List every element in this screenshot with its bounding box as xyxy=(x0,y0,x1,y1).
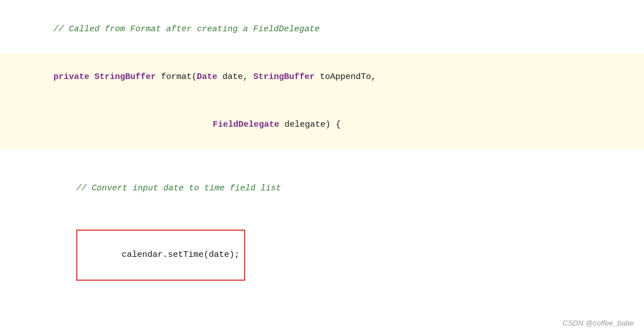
line-content-4 xyxy=(18,149,644,165)
line-content-3: FieldDelegate delegate) { xyxy=(18,101,644,149)
line-content-5: // Convert input date to time field list xyxy=(18,165,644,213)
watermark: CSDN @coffee_babe xyxy=(563,319,634,327)
line-content-7 xyxy=(18,298,644,314)
code-editor: // Called from Format after creating a F… xyxy=(0,0,644,333)
keyword-stringbuffer: StringBuffer xyxy=(94,72,156,82)
code-line-7 xyxy=(0,298,644,314)
code-line-1: // Called from Format after creating a F… xyxy=(0,6,644,53)
line-content-8: boolean useDateFormatSymbols = useDateFo… xyxy=(18,314,644,333)
code-line-6: calendar.setTime(date); xyxy=(0,214,644,297)
line-content-2: private StringBuffer format(Date date, S… xyxy=(18,53,644,101)
code-line-8: boolean useDateFormatSymbols = useDateFo… xyxy=(0,314,644,333)
code-line-4 xyxy=(0,149,644,165)
code-line-2: private StringBuffer format(Date date, S… xyxy=(0,53,644,101)
code-line-5: // Convert input date to time field list xyxy=(0,165,644,213)
code-line-3: FieldDelegate delegate) { xyxy=(0,101,644,149)
keyword-private: private xyxy=(53,72,89,82)
boxed-code: calendar.setTime(date); xyxy=(76,230,245,281)
line-content-1: // Called from Format after creating a F… xyxy=(18,6,644,53)
keyword-date: Date xyxy=(197,72,217,82)
comment-text-5: // Convert input date to time field list xyxy=(76,184,281,193)
calendar-settime: calendar.setTime(date); xyxy=(122,250,240,260)
comment-text-1: // Called from Format after creating a F… xyxy=(53,24,320,34)
line-content-6: calendar.setTime(date); xyxy=(18,214,644,297)
keyword-fielddelegate: FieldDelegate xyxy=(213,120,279,130)
keyword-stringbuffer2: StringBuffer xyxy=(253,72,315,82)
